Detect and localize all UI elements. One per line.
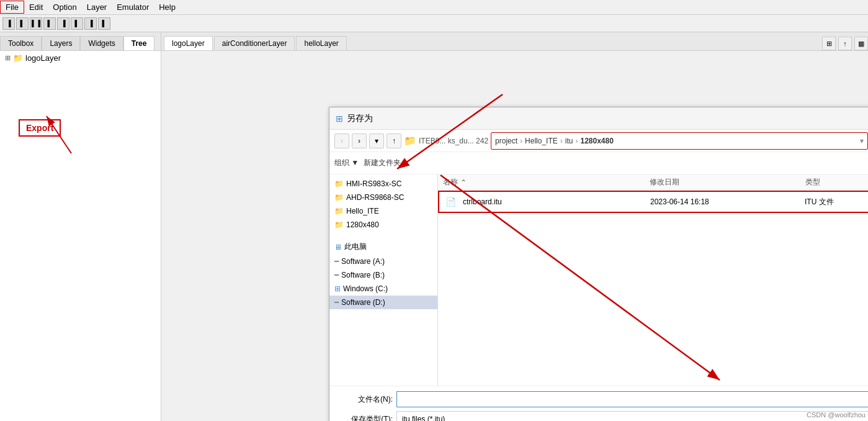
save-dialog: ⊞ 另存为 × ‹ › ▾ ↑ 📁 ITEB9... ks_du... 242 … bbox=[329, 107, 868, 421]
menu-bar: File Edit Option Layer Emulator Help bbox=[0, 0, 868, 15]
toolbar-btn-1[interactable]: ▐ bbox=[2, 17, 15, 30]
pc-icon: 🖥 bbox=[334, 243, 342, 251]
new-folder-button[interactable]: 新建文件夹 bbox=[364, 158, 401, 168]
file-name-col: 📄 ctrlboard.itu bbox=[444, 196, 650, 208]
content-tab-air[interactable]: airConditionerLayer bbox=[214, 36, 295, 50]
top-icon-grid[interactable]: ⊞ bbox=[822, 37, 836, 50]
breadcrumb-bar[interactable]: project › Hello_ITE › itu › 1280x480 ▾ bbox=[491, 132, 868, 150]
file-browser: 📁 HMI-RS983x-SC 📁 AHD-RS9868-SC 📁 Hello_… bbox=[329, 174, 868, 386]
dialog-title: 另存为 bbox=[347, 113, 868, 124]
nav-item-1280[interactable]: 📁 1280x480 bbox=[329, 218, 437, 232]
content-tab-hello[interactable]: helloLayer bbox=[296, 36, 346, 50]
toolbar-btn-2[interactable]: ▌ bbox=[16, 17, 29, 30]
nav-label-hello: Hello_ITE bbox=[346, 207, 379, 215]
col-name[interactable]: 名称 ⌃ bbox=[443, 177, 650, 188]
folder-icon-1280: 📁 bbox=[334, 220, 344, 229]
organize-button[interactable]: 组织 ▼ bbox=[334, 158, 359, 168]
file-row-ctrlboard[interactable]: 📄 ctrlboard.itu 2023-06-14 16:18 ITU 文件 … bbox=[438, 191, 868, 213]
folder-icon-hello: 📁 bbox=[334, 207, 344, 215]
annotation-arrows bbox=[0, 51, 161, 421]
tab-layers[interactable]: Layers bbox=[42, 36, 80, 50]
nav-folder-icon: 📁 bbox=[404, 135, 416, 147]
nav-item-drive-d[interactable]: ━ Software (D:) bbox=[329, 296, 437, 309]
toolbar-btn-7[interactable]: ▐ bbox=[84, 17, 97, 30]
nav-label-drive-d: Software (D:) bbox=[341, 298, 385, 307]
nav-item-hello[interactable]: 📁 Hello_ITE bbox=[329, 204, 437, 218]
breadcrumb-project[interactable]: project bbox=[495, 137, 517, 145]
nav-up-button[interactable]: ↑ bbox=[387, 134, 401, 148]
file-list-area: 名称 ⌃ 修改日期 类型 大小 📄 ctrlboard.itu 2023 bbox=[438, 174, 868, 386]
menu-file[interactable]: File bbox=[0, 1, 24, 14]
filename-input[interactable] bbox=[396, 391, 868, 407]
breadcrumb-sep-3: › bbox=[575, 137, 578, 145]
nav-back-button[interactable]: ‹ bbox=[334, 134, 349, 148]
breadcrumb-sep-2: › bbox=[560, 137, 563, 145]
nav-label-drive-c: Windows (C:) bbox=[343, 284, 388, 293]
dialog-bottom-form: 文件名(N): 保存类型(T): itu files (*.itu) bbox=[329, 386, 868, 421]
menu-help[interactable]: Help bbox=[154, 1, 181, 13]
drive-icon-a: ━ bbox=[334, 257, 339, 266]
file-name: ctrlboard.itu bbox=[463, 197, 502, 206]
drive-icon-c: ⊞ bbox=[334, 284, 341, 293]
breadcrumb-sep-1: › bbox=[520, 137, 522, 145]
file-type: ITU 文件 bbox=[805, 197, 868, 207]
breadcrumb-hello-ite[interactable]: Hello_ITE bbox=[525, 137, 558, 145]
filetype-select[interactable]: itu files (*.itu) bbox=[396, 411, 868, 421]
file-list-header: 名称 ⌃ 修改日期 类型 大小 bbox=[438, 174, 868, 191]
nav-label-hmi: HMI-RS983x-SC bbox=[346, 179, 401, 188]
tree-logo-layer[interactable]: ⊞ 📁 logoLayer bbox=[0, 51, 161, 65]
toolbar-btn-8[interactable]: ▌ bbox=[98, 17, 110, 30]
file-area-toolbar: 组织 ▼ 新建文件夹 ≡ ▾ ? bbox=[329, 152, 868, 174]
tree-item-label: logoLayer bbox=[25, 53, 61, 63]
nav-item-hmi[interactable]: 📁 HMI-RS983x-SC bbox=[329, 177, 437, 191]
nav-item-pc[interactable]: 🖥 此电脑 bbox=[329, 239, 437, 255]
dialog-nav-toolbar: ‹ › ▾ ↑ 📁 ITEB9... ks_du... 242 project … bbox=[329, 130, 868, 152]
file-date: 2023-06-14 16:18 bbox=[650, 197, 805, 206]
col-date: 修改日期 bbox=[650, 177, 805, 188]
file-nav: 📁 HMI-RS983x-SC 📁 AHD-RS9868-SC 📁 Hello_… bbox=[329, 174, 438, 386]
toolbar-btn-5[interactable]: ▐ bbox=[57, 17, 69, 30]
nav-label-1280: 1280x480 bbox=[346, 220, 379, 229]
toolbar-btn-3[interactable]: ▌▐ bbox=[30, 17, 42, 30]
breadcrumb-itu[interactable]: itu bbox=[565, 137, 573, 145]
top-icon-view[interactable]: ▦ bbox=[854, 37, 868, 50]
drive-icon-b: ━ bbox=[334, 271, 339, 279]
nav-forward-button[interactable]: › bbox=[352, 134, 367, 148]
watermark: CSDN @woolfzhou bbox=[807, 411, 866, 419]
content-tab-logo[interactable]: logoLayer bbox=[164, 36, 213, 50]
nav-item-ahd[interactable]: 📁 AHD-RS9868-SC bbox=[329, 191, 437, 204]
menu-edit[interactable]: Edit bbox=[24, 1, 48, 13]
menu-option[interactable]: Option bbox=[48, 1, 81, 13]
drive-icon-d: ━ bbox=[334, 298, 339, 307]
folder-icon-hmi: 📁 bbox=[334, 179, 344, 188]
nav-item-drive-c[interactable]: ⊞ Windows (C:) bbox=[329, 282, 437, 296]
nav-label-drive-b: Software (B:) bbox=[341, 271, 385, 279]
tab-widgets[interactable]: Widgets bbox=[80, 36, 123, 50]
nav-label-pc: 此电脑 bbox=[344, 242, 367, 252]
expand-icon: ⊞ bbox=[5, 54, 11, 62]
filename-row: 文件名(N): bbox=[337, 391, 868, 407]
nav-item-drive-b[interactable]: ━ Software (B:) bbox=[329, 268, 437, 282]
tab-tree[interactable]: Tree bbox=[123, 36, 155, 50]
folder-icon: 📁 bbox=[13, 53, 23, 63]
col-type: 类型 bbox=[805, 177, 868, 188]
menu-emulator[interactable]: Emulator bbox=[112, 1, 154, 13]
main-layout: ⊞ 📁 logoLayer Export ⊞ 另存为 × bbox=[0, 51, 868, 421]
nav-item-drive-a[interactable]: ━ Software (A:) bbox=[329, 255, 437, 268]
breadcrumb-dropdown-icon: ▾ bbox=[860, 137, 864, 145]
toolbar-btn-6[interactable]: ▌ bbox=[71, 17, 83, 30]
filetype-label: 保存类型(T): bbox=[337, 414, 393, 422]
dialog-icon: ⊞ bbox=[336, 114, 343, 124]
menu-layer[interactable]: Layer bbox=[82, 1, 112, 13]
export-box: Export bbox=[19, 119, 61, 137]
left-panel: ⊞ 📁 logoLayer Export bbox=[0, 51, 161, 421]
nav-label-drive-a: Software (A:) bbox=[341, 257, 385, 266]
nav-label-ahd: AHD-RS9868-SC bbox=[346, 193, 404, 202]
filetype-row: 保存类型(T): itu files (*.itu) bbox=[337, 411, 868, 421]
toolbar-btn-4[interactable]: ▌ bbox=[43, 17, 56, 30]
top-icon-sort[interactable]: ↑ bbox=[838, 37, 852, 50]
breadcrumb-resolution: 1280x480 bbox=[580, 137, 613, 145]
nav-dropdown-button[interactable]: ▾ bbox=[369, 134, 384, 148]
tab-toolbox[interactable]: Toolbox bbox=[0, 36, 42, 50]
file-icon-itu: 📄 bbox=[444, 196, 457, 208]
